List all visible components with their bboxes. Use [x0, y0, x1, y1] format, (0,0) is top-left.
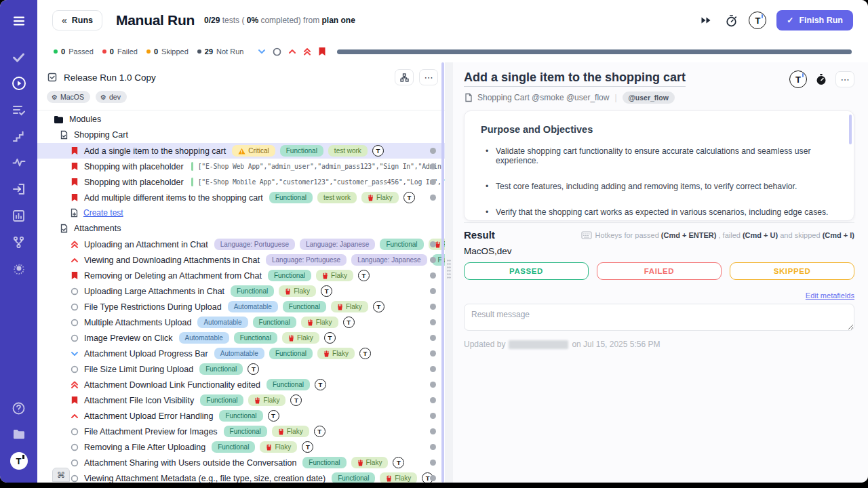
result-message-input[interactable] — [464, 304, 854, 331]
runs-play-icon[interactable] — [7, 72, 31, 95]
tag-automatable[interactable]: Automatable — [197, 317, 248, 328]
menu-icon[interactable] — [7, 9, 31, 33]
create-test-row[interactable]: Create test — [37, 205, 445, 220]
test-row[interactable]: Attachment Upload Error HandlingFunction… — [37, 408, 445, 424]
test-row[interactable]: Multiple Attachments UploadAutomatableFu… — [37, 314, 445, 330]
tag-functional[interactable]: Functional — [332, 472, 375, 483]
settings-gear-icon[interactable] — [7, 257, 31, 280]
env-tag[interactable]: dev — [96, 91, 127, 103]
plan-link[interactable]: plan one — [321, 16, 355, 25]
tests-check-icon[interactable] — [7, 45, 31, 68]
test-row[interactable]: File Type Restrictions During UploadAuto… — [37, 299, 445, 314]
tag-flaky[interactable]: Flaky — [316, 270, 353, 281]
test-row[interactable]: Attachment Download Link Functionality e… — [37, 377, 445, 392]
filter-chevron-down-icon[interactable] — [258, 49, 266, 54]
tag-flaky[interactable]: Flaky — [331, 301, 368, 312]
test-status-dot[interactable] — [430, 257, 436, 263]
test-row[interactable]: Attachment Sharing with Users outside th… — [37, 455, 445, 470]
test-row[interactable]: Viewing Attachment Metadata (e.g., file … — [37, 470, 445, 483]
create-test-link[interactable]: Create test — [83, 208, 123, 218]
tag-functional[interactable]: Functional — [234, 332, 277, 344]
tag-automatable[interactable]: Automatable — [179, 332, 229, 344]
test-status-dot[interactable] — [430, 366, 436, 372]
tag-automatable[interactable]: Automatable — [214, 348, 264, 359]
tag-language[interactable]: Language: Portuguese — [266, 254, 347, 266]
test-status-dot[interactable] — [430, 319, 436, 325]
tag-functional[interactable]: Functional — [267, 379, 310, 390]
steps-icon[interactable] — [7, 125, 31, 148]
test-detail-title[interactable]: Add a single item to the shopping cart — [464, 70, 686, 87]
filter-chevron-up-icon[interactable] — [288, 49, 296, 54]
test-status-dot[interactable] — [430, 304, 436, 310]
tree-scrollbar[interactable] — [441, 62, 444, 483]
import-icon[interactable] — [7, 178, 31, 201]
assignee-avatar[interactable] — [789, 70, 807, 88]
tag-flaky[interactable]: Flaky — [317, 348, 355, 359]
tag-functional[interactable]: Functional — [253, 317, 296, 328]
test-status-dot[interactable] — [430, 475, 436, 481]
tag-flaky[interactable]: Flaky — [282, 332, 319, 344]
tag-language[interactable]: Language: Japanese — [351, 254, 427, 266]
tag-testwork[interactable]: test work — [317, 192, 357, 203]
test-status-dot[interactable] — [430, 241, 436, 247]
pulse-icon[interactable] — [7, 151, 31, 174]
result-failed-button[interactable]: FAILED — [597, 262, 722, 280]
filter-circle-icon[interactable] — [273, 47, 281, 56]
tag-language[interactable]: Language: Portuguese — [214, 239, 295, 250]
test-row[interactable]: File Attachment Preview for ImagesFuncti… — [37, 424, 445, 439]
reports-chart-icon[interactable] — [7, 204, 31, 227]
result-skipped-button[interactable]: SKIPPED — [730, 262, 854, 280]
test-row[interactable]: File Size Limit During UploadFunctional — [37, 361, 445, 377]
tag-critical[interactable]: Critical — [232, 145, 275, 157]
tag-functional[interactable]: Functional — [269, 192, 313, 203]
tag-flaky[interactable]: Flaky — [272, 426, 309, 437]
tag-functional[interactable]: Functional — [212, 441, 255, 453]
test-status-dot[interactable] — [430, 428, 436, 434]
more-options-button[interactable]: ⋯ — [419, 69, 438, 85]
user-avatar[interactable] — [749, 12, 766, 29]
test-row[interactable]: Image Preview on ClickAutomatableFunctio… — [37, 330, 445, 346]
test-row[interactable]: Add a single item to the shopping cartCr… — [37, 143, 445, 159]
tag-language[interactable]: Language: Japanese — [300, 239, 375, 250]
tag-functional[interactable]: Functional — [283, 301, 326, 312]
tag-functional[interactable]: Functional — [200, 394, 243, 406]
filter-chevrons-up-icon[interactable] — [303, 47, 311, 56]
tag-flaky[interactable]: Flaky — [279, 285, 316, 297]
test-status-dot[interactable] — [430, 460, 436, 466]
command-key-button[interactable]: ⌘ — [52, 468, 70, 482]
back-to-runs-button[interactable]: « Runs — [52, 10, 102, 30]
run-name[interactable]: Release Run 1.0 Copy — [64, 73, 156, 83]
test-status-dot[interactable] — [430, 413, 436, 419]
tag-flaky[interactable]: Flaky — [361, 192, 399, 203]
tag-testwork[interactable]: test work — [328, 145, 368, 157]
tag-flaky[interactable]: Flaky — [248, 394, 285, 406]
tag-functional[interactable]: Functional — [224, 426, 267, 437]
filter-bookmark-icon[interactable] — [318, 47, 326, 56]
help-icon[interactable] — [7, 396, 31, 420]
test-status-dot[interactable] — [430, 335, 436, 341]
timer-icon[interactable] — [724, 13, 738, 28]
test-status-dot[interactable] — [430, 179, 436, 185]
tag-automatable[interactable]: Automatable — [228, 301, 278, 312]
plans-list-icon[interactable] — [7, 98, 31, 121]
env-tag[interactable]: MacOS — [47, 91, 90, 103]
test-status-dot[interactable] — [430, 272, 436, 279]
test-status-dot[interactable] — [430, 195, 436, 201]
test-status-dot[interactable] — [430, 444, 436, 450]
test-row[interactable]: Uploading an Attachment in ChatLanguage:… — [37, 237, 445, 252]
test-row[interactable]: Viewing and Downloading Attachments in C… — [37, 252, 445, 268]
test-row[interactable]: Shopping with placeholder["E-Shop Mobile… — [37, 174, 445, 190]
tag-functional[interactable]: Functional — [280, 145, 323, 157]
tree-root[interactable]: Modules — [37, 112, 445, 127]
result-passed-button[interactable]: PASSED — [464, 262, 589, 280]
breadcrumb-tag[interactable]: @user_flow — [623, 92, 675, 104]
test-row[interactable]: Removing or Deleting an Attachment from … — [37, 268, 445, 283]
tag-functional[interactable]: Functional — [302, 457, 346, 468]
fast-forward-icon[interactable] — [698, 13, 713, 28]
tag-functional[interactable]: Functional — [269, 348, 313, 359]
branches-icon[interactable] — [7, 230, 31, 253]
tag-functional[interactable]: Functional — [380, 239, 423, 250]
test-status-dot[interactable] — [430, 148, 436, 154]
test-row[interactable]: Uploading Large Attachments in ChatFunct… — [37, 283, 445, 299]
test-row[interactable]: Attachment File Icon VisibilityFunctiona… — [37, 392, 445, 408]
